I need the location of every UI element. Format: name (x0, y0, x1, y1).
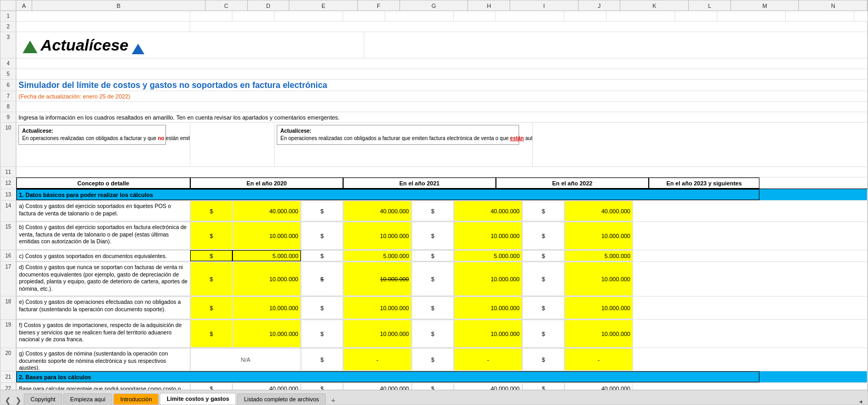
cell-19-2023[interactable]: 10.000.000 (564, 320, 633, 348)
cell-6rest (491, 80, 867, 91)
row-12-col-headers: Concepto o detalle En el año 2020 En el … (16, 177, 867, 189)
cell-22rest (633, 383, 867, 390)
sheet-tabs: ❮ ❯ Copyright Empieza aquí Introducción … (1, 390, 867, 404)
scroll-indicator: ◄ (858, 399, 867, 404)
title-cell: Simulador del límite de costos y gastos … (16, 80, 491, 91)
cell-21rest (759, 371, 867, 382)
cell-20-2022[interactable]: - (454, 348, 522, 371)
cell-1h (454, 11, 496, 21)
cell-16-c[interactable]: $ (190, 250, 232, 261)
tab-add[interactable]: + (329, 396, 337, 404)
grid: Actualícese Simulador (16, 11, 867, 390)
cell-20-label: g) Costos y gastos de nómina (sustentand… (16, 348, 190, 371)
cell-22-2022: 40.000.000 (454, 383, 522, 390)
tooltip-left: Actualícese: En operaciones realizadas c… (18, 125, 166, 145)
cell-15-h: $ (412, 222, 454, 250)
cell-17-label: d) Costos y gastos que nunca se soportan… (16, 262, 190, 296)
tab-empieza[interactable]: Empieza aquí (63, 393, 112, 404)
cell-17-f: $ (301, 262, 343, 296)
cell-15-c[interactable]: $ (190, 222, 232, 250)
tab-introduccion[interactable]: Introducción (113, 393, 159, 404)
cell-16-2021[interactable]: 5.000.000 (343, 250, 412, 261)
cell-18-2021[interactable]: 10.000.000 (343, 297, 412, 319)
cell-15-2020[interactable]: 10.000.000 (232, 222, 301, 250)
cell-20-2021[interactable]: - (343, 348, 412, 371)
section1-header: 1. Datos básicos para poder realizar los… (16, 189, 759, 200)
cell-19-2020[interactable]: 10.000.000 (232, 320, 301, 348)
cell-16rest (633, 250, 867, 261)
cell-14-2023[interactable]: 40.000.000 (564, 201, 633, 221)
col-header-e: E (289, 1, 358, 11)
cell-17-h: $ (412, 262, 454, 296)
cell-15-2021[interactable]: 10.000.000 (343, 222, 412, 250)
cell-14-2020[interactable]: 40.000.000 (232, 201, 301, 221)
cell-16-label: c) Costos y gastos soportados en documen… (16, 250, 190, 261)
cell-19-2021[interactable]: 10.000.000 (343, 320, 412, 348)
cell-17-2022[interactable]: 10.000.000 (454, 262, 522, 296)
col-header-i: I (510, 1, 579, 11)
cell-8 (16, 102, 867, 112)
cell-19-2022[interactable]: 10.000.000 (454, 320, 522, 348)
row-13-section1: 1. Datos básicos para poder realizar los… (16, 189, 867, 201)
cell-5 (16, 69, 867, 79)
tab-nav-right[interactable]: ❯ (13, 396, 24, 404)
tab-limite[interactable]: Límite costos y gastos (160, 393, 236, 404)
tab-listado[interactable]: Listado completo de archivos (237, 393, 326, 404)
col-header-f: F (358, 1, 400, 11)
row-8 (16, 102, 867, 112)
cell-17-2021[interactable]: 10.000.000 (343, 262, 412, 296)
logo: Actualícese (18, 34, 149, 56)
tooltip-right-body: En operaciones realizadas con obligados … (280, 135, 515, 142)
col-header-a: A (16, 1, 32, 11)
cell-16-h: $ (412, 250, 454, 261)
tooltip-left-body: En operaciones realizadas con obligados … (22, 135, 162, 142)
cell-14-2021[interactable]: 40.000.000 (343, 201, 412, 221)
cell-1i (496, 11, 564, 21)
cell-2b (16, 22, 190, 32)
cell-1d (232, 11, 275, 21)
cell-16-2022[interactable]: 5.000.000 (454, 250, 522, 261)
tab-nav-left[interactable]: ❮ (3, 396, 13, 404)
row-14-a: a) Costos y gastos del ejercicio soporta… (16, 201, 867, 222)
row-10-tooltips: Actualícese: En operaciones realizadas c… (16, 123, 867, 167)
cell-17rest (633, 262, 867, 296)
cell-7rest (227, 91, 867, 101)
cell-15rest (633, 222, 867, 250)
cell-14-c[interactable]: $ (190, 201, 232, 221)
cell-18-c[interactable]: $ (190, 297, 232, 319)
cell-20-2023[interactable]: - (564, 348, 633, 371)
col-header-2023: En el año 2023 y siguientes (649, 177, 759, 189)
cell-14-2022[interactable]: 40.000.000 (454, 201, 522, 221)
col-header-2020: En el año 2020 (190, 177, 343, 189)
cell-16-2023[interactable]: 5.000.000 (564, 250, 633, 261)
cell-19-c[interactable]: $ (190, 320, 232, 348)
tooltip-right: Actualícese: En operaciones realizadas c… (277, 125, 519, 145)
cell-2rest (190, 22, 867, 32)
cell-22-c: $ (190, 383, 232, 390)
cell-14-j: $ (522, 201, 564, 221)
cell-15-2022[interactable]: 10.000.000 (454, 222, 522, 250)
cell-15-2023[interactable]: 10.000.000 (564, 222, 633, 250)
cell-17-2023[interactable]: 10.000.000 (564, 262, 633, 296)
cell-17-2020[interactable]: 10.000.000 (232, 262, 301, 296)
col-header-d: D (248, 1, 290, 11)
tab-copyright[interactable]: Copyright (24, 393, 62, 404)
cell-22-label: Base para calcular porcentaje que podrá … (16, 383, 190, 390)
section2-header: 2. Bases para los cálculos (16, 371, 759, 382)
cell-1m (717, 11, 786, 21)
cell-15-j: $ (522, 222, 564, 250)
col-header-b: B (32, 1, 206, 11)
cell-18-2020[interactable]: 10.000.000 (232, 297, 301, 319)
logo-triangle-green (23, 41, 37, 53)
cell-22-h: $ (412, 383, 454, 390)
cell-18-2023[interactable]: 10.000.000 (564, 297, 633, 319)
cell-17-c[interactable]: $ (190, 262, 232, 296)
cell-15-label: b) Costos y gastos del ejercicio soporta… (16, 222, 190, 250)
cell-1g (385, 11, 454, 21)
cell-18-2022[interactable]: 10.000.000 (454, 297, 522, 319)
row-9-instruction: Ingresa la información en los cuadros re… (16, 112, 867, 123)
cell-18-h: $ (412, 297, 454, 319)
cell-16-2020[interactable]: 5.000.000 (232, 250, 301, 261)
instruction-text: Ingresa la información en los cuadros re… (18, 114, 339, 121)
row-19-f: f) Costos y gastos de importaciones, res… (16, 320, 867, 348)
